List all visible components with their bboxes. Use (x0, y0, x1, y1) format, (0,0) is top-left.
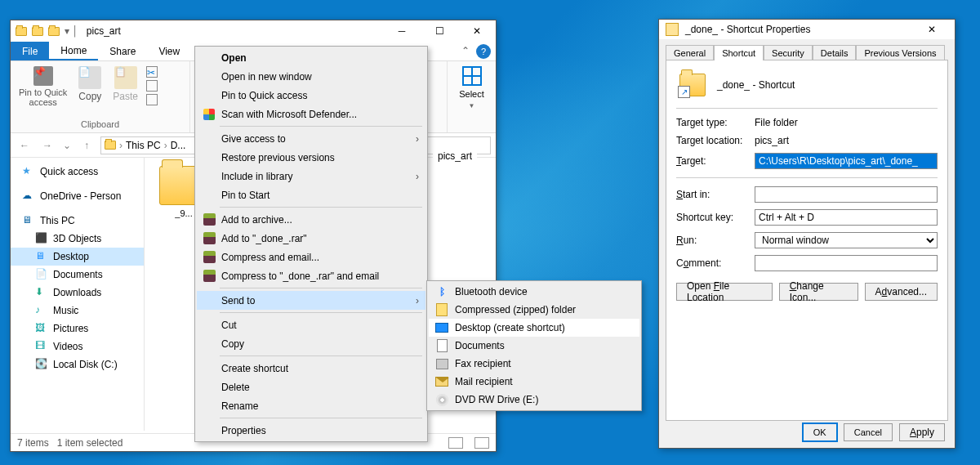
ctx-copy[interactable]: Copy (197, 334, 425, 353)
ctx-add-archive[interactable]: Add to archive... (197, 210, 425, 229)
tab-share[interactable]: Share (98, 42, 147, 60)
forward-button[interactable]: → (38, 136, 56, 154)
breadcrumb-item[interactable]: D... (171, 140, 186, 151)
paste-button[interactable]: 📋Paste (109, 65, 141, 104)
sidebar-item-downloads[interactable]: ⬇Downloads (11, 284, 144, 302)
sidebar-item-pictures[interactable]: 🖼Pictures (11, 320, 144, 338)
shortcut-key-input[interactable] (755, 209, 938, 226)
ctx-add-rar[interactable]: Add to "_done_.rar" (197, 229, 425, 248)
tab-shortcut[interactable]: Shortcut (714, 45, 764, 60)
collapse-ribbon-button[interactable]: ⌃ (457, 42, 474, 60)
shield-icon (202, 107, 216, 122)
sidebar-item-this-pc[interactable]: 🖥This PC (11, 212, 144, 230)
tab-home[interactable]: Home (49, 42, 98, 60)
shortcut-tab-panel: _done_ - Shortcut Target type:File folde… (666, 60, 948, 421)
comment-label: Comment: (676, 257, 750, 269)
large-icons-view-button[interactable] (474, 437, 489, 449)
tab-previous-versions[interactable]: Previous Versions (856, 45, 944, 60)
pin-to-quick-access-button[interactable]: 📌Pin to Quick access (16, 65, 70, 109)
music-icon: ♪ (35, 304, 48, 317)
disk-icon: 💽 (35, 358, 48, 371)
sidebar-item-quick-access[interactable]: ★Quick access (11, 163, 144, 181)
ctx-properties[interactable]: Properties (197, 421, 425, 440)
ctx-create-shortcut[interactable]: Create shortcut (197, 359, 425, 378)
video-icon: 🎞 (35, 340, 48, 353)
sendto-dvd[interactable]: DVD RW Drive (E:) (429, 391, 639, 409)
target-location-label: Target location: (676, 135, 750, 146)
select-menu-button[interactable]: Select ▼ (448, 61, 496, 114)
tab-details[interactable]: Details (813, 45, 857, 60)
sendto-mail[interactable]: Mail recipient (429, 373, 639, 391)
paste-shortcut-icon[interactable] (146, 94, 158, 105)
ctx-scan-defender[interactable]: Scan with Microsoft Defender... (197, 105, 425, 123)
comment-input[interactable] (755, 255, 938, 271)
cut-icon[interactable]: ✂ (146, 66, 158, 78)
rar-icon (202, 269, 216, 284)
tab-file[interactable]: File (11, 42, 49, 60)
shortcut-key-label: Shortcut key: (676, 212, 750, 223)
dialog-titlebar[interactable]: _done_ - Shortcut Properties ✕ (659, 20, 955, 39)
sidebar-item-3d-objects[interactable]: ⬛3D Objects (11, 230, 144, 248)
copy-path-icon[interactable] (146, 80, 158, 92)
change-icon-button[interactable]: Change Icon... (779, 283, 858, 301)
start-in-label: Start in: (676, 189, 750, 200)
ctx-delete[interactable]: Delete (197, 378, 425, 396)
close-button[interactable]: ✕ (458, 20, 496, 42)
apply-button[interactable]: Apply (899, 423, 945, 441)
copy-button[interactable]: 📄Copy (75, 65, 105, 104)
ctx-send-to[interactable]: Send to› (197, 291, 425, 310)
document-icon: 📄 (35, 268, 48, 281)
maximize-button[interactable]: ☐ (421, 20, 458, 42)
sidebar-item-music[interactable]: ♪Music (11, 302, 144, 320)
tab-view[interactable]: View (147, 42, 191, 60)
back-button[interactable]: ← (16, 136, 33, 154)
tab-general[interactable]: General (666, 45, 714, 60)
sidebar-item-local-disk[interactable]: 💽Local Disk (C:) (11, 355, 144, 373)
titlebar[interactable]: ▾ │ pics_art ─ ☐ ✕ (11, 20, 496, 42)
advanced-button[interactable]: Advanced... (865, 283, 938, 301)
shortcut-icon (666, 23, 679, 36)
minimize-button[interactable]: ─ (383, 20, 421, 42)
sidebar-item-onedrive[interactable]: ☁OneDrive - Person (11, 187, 144, 205)
start-in-input[interactable] (755, 186, 938, 203)
sendto-bluetooth[interactable]: ᛒBluetooth device (429, 283, 639, 301)
shortcut-folder-icon (679, 74, 706, 96)
target-input[interactable] (755, 153, 938, 169)
sendto-compressed-folder[interactable]: Compressed (zipped) folder (429, 301, 639, 319)
open-file-location-button[interactable]: Open File Location (676, 283, 773, 301)
cancel-button[interactable]: Cancel (844, 423, 893, 441)
sidebar-item-documents[interactable]: 📄Documents (11, 266, 144, 284)
help-button[interactable]: ? (476, 44, 491, 59)
sidebar-item-desktop[interactable]: 🖥Desktop (11, 248, 144, 266)
desktop-icon: 🖥 (35, 250, 48, 263)
ctx-restore-versions[interactable]: Restore previous versions (197, 148, 425, 167)
bluetooth-icon: ᛒ (434, 284, 449, 299)
breadcrumb-item[interactable]: This PC (126, 140, 161, 151)
target-label: Target: (676, 155, 750, 167)
recent-button[interactable]: ⌄ (61, 136, 73, 154)
shortcut-name: _done_ - Shortcut (717, 79, 795, 91)
ctx-cut[interactable]: Cut (197, 315, 425, 334)
tab-security[interactable]: Security (764, 45, 813, 60)
sidebar-item-videos[interactable]: 🎞Videos (11, 338, 144, 355)
ok-button[interactable]: OK (803, 423, 837, 441)
sendto-desktop-shortcut[interactable]: Desktop (create shortcut) (429, 319, 639, 337)
sendto-documents[interactable]: Documents (429, 337, 639, 355)
details-view-button[interactable] (448, 437, 463, 449)
ctx-open-new-window[interactable]: Open in new window (197, 67, 425, 86)
ctx-pin-quick-access[interactable]: Pin to Quick access (197, 86, 425, 105)
ctx-compress-email[interactable]: Compress and email... (197, 248, 425, 266)
ctx-rename[interactable]: Rename (197, 396, 425, 415)
run-select[interactable]: Normal window (755, 232, 938, 248)
ctx-compress-rar-email[interactable]: Compress to "_done_.rar" and email (197, 266, 425, 285)
ctx-pin-start[interactable]: Pin to Start (197, 186, 425, 204)
ctx-open[interactable]: Open (197, 48, 425, 67)
ctx-include-library[interactable]: Include in library› (197, 167, 425, 186)
ctx-give-access[interactable]: Give access to› (197, 129, 425, 148)
chevron-right-icon: › (416, 295, 419, 306)
dvd-icon (434, 392, 449, 407)
up-button[interactable]: ↑ (78, 136, 96, 154)
close-button[interactable]: ✕ (915, 24, 948, 35)
sendto-fax[interactable]: Fax recipient (429, 355, 639, 373)
star-icon: ★ (22, 165, 35, 178)
